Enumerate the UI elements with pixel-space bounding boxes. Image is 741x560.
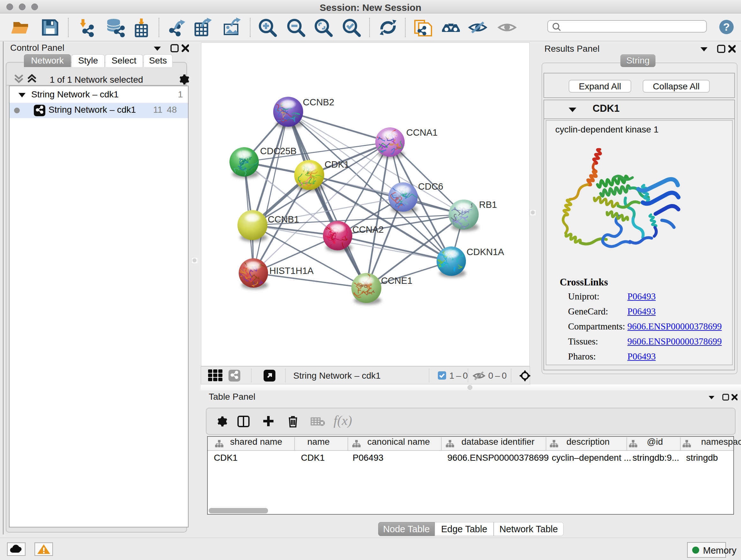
svg-text:CDC25B: CDC25B	[260, 146, 296, 156]
svg-text:CCNB1: CCNB1	[268, 214, 299, 225]
svg-text:CCNE1: CCNE1	[381, 275, 412, 286]
svg-text:CCNA2: CCNA2	[352, 225, 384, 235]
svg-text:CDC6: CDC6	[418, 181, 443, 192]
svg-text:CCNA1: CCNA1	[406, 127, 437, 138]
svg-text:RB1: RB1	[479, 199, 497, 210]
svg-text:CCNB2: CCNB2	[303, 97, 334, 107]
svg-text:CDK1: CDK1	[325, 159, 349, 170]
svg-text:CDKN1A: CDKN1A	[467, 247, 504, 257]
svg-text:HIST1H1A: HIST1H1A	[269, 266, 314, 276]
